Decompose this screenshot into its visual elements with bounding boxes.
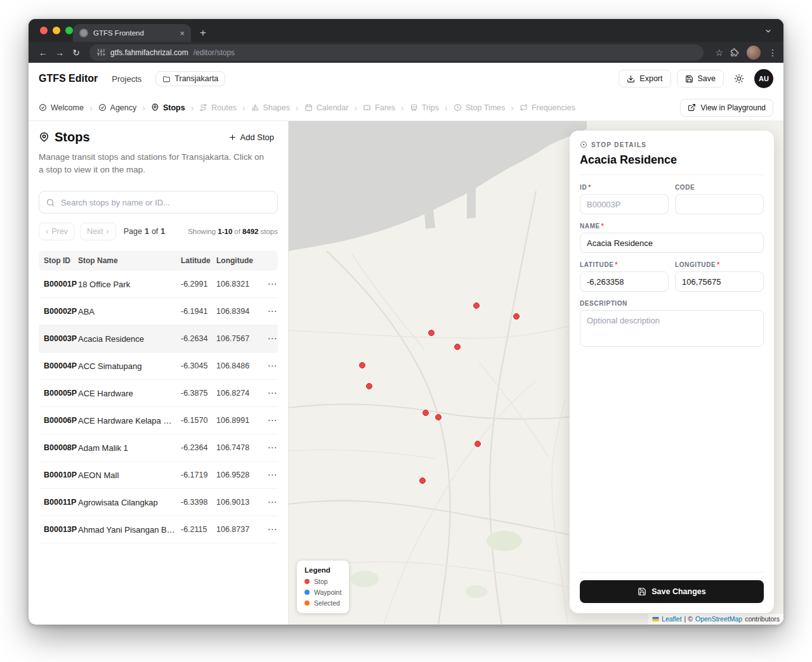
fullscreen-window-button[interactable] <box>65 27 73 34</box>
next-page-button[interactable]: Next › <box>80 223 116 240</box>
save-changes-button[interactable]: Save Changes <box>580 580 764 603</box>
stop-name: Adam Malik 1 <box>78 443 181 453</box>
theme-toggle-button[interactable] <box>730 69 749 88</box>
row-actions-button[interactable]: ⋯ <box>267 415 278 426</box>
stop-marker[interactable] <box>454 344 461 350</box>
breadcrumb-step-welcome[interactable]: Welcome <box>39 103 84 112</box>
stop-row-B00010P[interactable]: B00010PAEON Mall-6.1719106.9528⋯ <box>39 462 278 489</box>
id-field[interactable] <box>580 194 669 214</box>
close-window-button[interactable] <box>40 27 48 34</box>
back-button[interactable]: ← <box>35 48 51 57</box>
breadcrumb-step-calendar[interactable]: Calendar <box>304 103 349 112</box>
stop-id: B00010P <box>39 471 78 479</box>
row-actions-button[interactable]: ⋯ <box>267 360 278 372</box>
chevron-right-icon: › <box>296 103 299 113</box>
legend-dot <box>304 600 310 606</box>
stop-marker[interactable] <box>475 441 481 447</box>
longitude-field[interactable] <box>675 271 764 292</box>
breadcrumb-step-routes[interactable]: Routes <box>199 103 237 112</box>
row-actions-button[interactable]: ⋯ <box>267 306 278 317</box>
save-button[interactable]: Save <box>677 70 724 88</box>
breadcrumb-step-frequencies[interactable]: Frequencies <box>520 103 575 112</box>
chevron-left-icon: ‹ <box>46 227 48 236</box>
stop-row-B00003P[interactable]: B00003PAcacia Residence-6.2634106.7567⋯ <box>39 325 278 353</box>
breadcrumb-step-trips[interactable]: Trips <box>410 103 439 112</box>
openstreetmap-link[interactable]: OpenStreetMap <box>695 615 742 623</box>
row-actions-button[interactable]: ⋯ <box>267 442 278 453</box>
breadcrumb-step-stop-times[interactable]: Stop Times <box>454 103 506 112</box>
description-field[interactable] <box>580 310 764 347</box>
stop-marker[interactable] <box>513 313 520 320</box>
stop-marker[interactable] <box>473 302 480 309</box>
divider <box>580 174 764 175</box>
chevron-right-icon: › <box>511 103 514 113</box>
browser-tab[interactable]: GTFS Frontend × <box>73 24 191 42</box>
stop-id: B00005P <box>39 389 78 398</box>
export-button[interactable]: Export <box>619 70 671 88</box>
code-field[interactable] <box>675 194 764 214</box>
stop-marker[interactable] <box>428 330 435 336</box>
stop-longitude: 106.8321 <box>216 280 267 289</box>
row-actions-button[interactable]: ⋯ <box>267 496 278 508</box>
stop-row-B00006P[interactable]: B00006PACE Hardware Kelapa Ga...-6.15701… <box>39 407 278 434</box>
stop-name: ABA <box>78 307 181 316</box>
chevron-right-icon: › <box>89 103 93 113</box>
extensions-puzzle-icon[interactable] <box>730 48 739 57</box>
project-badge[interactable]: Transjakarta <box>155 71 225 86</box>
stop-row-B00005P[interactable]: B00005PACE Hardware-6.3875106.8274⋯ <box>39 380 278 407</box>
tab-close-icon[interactable]: × <box>180 29 185 38</box>
app-header: GTFS Editor Projects Transjakarta Export… <box>29 63 783 94</box>
window-controls <box>40 27 73 34</box>
row-actions-button[interactable]: ⋯ <box>267 524 278 535</box>
user-avatar[interactable]: AU <box>754 69 773 88</box>
name-field-label: Name* <box>580 223 764 230</box>
map-area[interactable]: Legend StopWaypointSelected Leaflet | © … <box>289 121 783 625</box>
browser-menu-icon[interactable]: ⋮ <box>768 48 777 58</box>
breadcrumb-step-agency[interactable]: Agency <box>98 103 137 112</box>
stop-row-B00008P[interactable]: B00008PAdam Malik 1-6.2364106.7478⋯ <box>39 434 278 462</box>
row-actions-button[interactable]: ⋯ <box>267 278 278 290</box>
stop-name: Agrowisata Cilangkap <box>78 498 181 507</box>
row-actions-button[interactable]: ⋯ <box>267 333 278 344</box>
breadcrumb-step-stops[interactable]: Stops <box>151 103 185 112</box>
stop-row-B00002P[interactable]: B00002PABA-6.1941106.8394⋯ <box>39 298 278 325</box>
stop-marker[interactable] <box>422 410 429 416</box>
new-tab-button[interactable]: + <box>200 27 206 38</box>
address-bar[interactable]: gtfs.fahmifachrizal.com/editor/stops <box>89 44 704 61</box>
stop-marker[interactable] <box>366 383 372 389</box>
site-settings-icon[interactable] <box>97 48 105 56</box>
bus-icon <box>410 103 418 112</box>
add-stop-button[interactable]: Add Stop <box>225 132 278 143</box>
legend-items: StopWaypointSelected <box>304 578 341 607</box>
pagination: ‹ Prev Next › Page 1 of 1 Showing <box>39 223 278 240</box>
prev-page-button[interactable]: ‹ Prev <box>39 223 75 240</box>
view-in-playground-button[interactable]: View in Playground <box>680 99 773 117</box>
tab-favicon-icon <box>79 29 88 37</box>
stop-row-B00011P[interactable]: B00011PAgrowisata Cilangkap-6.3398106.90… <box>39 489 278 516</box>
ticket-icon <box>363 103 371 112</box>
folder-icon <box>162 75 171 83</box>
bookmark-star-icon[interactable]: ☆ <box>715 48 723 57</box>
stop-row-B00013P[interactable]: B00013PAhmad Yani Pisangan Baru-6.211510… <box>39 516 278 543</box>
latitude-field[interactable] <box>580 271 669 292</box>
stop-row-B00001P[interactable]: B00001P18 Office Park-6.2991106.8321⋯ <box>39 271 278 298</box>
breadcrumb-step-fares[interactable]: Fares <box>363 103 395 112</box>
nav-projects-link[interactable]: Projects <box>112 74 141 84</box>
header-stop-id: Stop ID <box>39 256 78 265</box>
chevron-right-icon: › <box>191 103 194 113</box>
name-field[interactable] <box>580 233 764 253</box>
row-actions-button[interactable]: ⋯ <box>267 469 278 481</box>
browser-profile-avatar[interactable] <box>747 46 761 60</box>
row-actions-button[interactable]: ⋯ <box>267 387 278 399</box>
header-longitude: Longitude <box>216 256 267 265</box>
main-area: Stops Add Stop Manage transit stops and … <box>29 121 783 625</box>
minimize-window-button[interactable] <box>53 27 60 34</box>
leaflet-link[interactable]: Leaflet <box>662 615 682 623</box>
stop-row-B00004P[interactable]: B00004PACC Simatupang-6.3045106.8486⋯ <box>39 353 278 380</box>
search-input[interactable] <box>39 191 278 214</box>
breadcrumb-step-shapes[interactable]: Shapes <box>251 103 290 112</box>
forward-button[interactable]: → <box>51 48 68 57</box>
latitude-field-label: Latitude* <box>580 261 669 268</box>
tab-search-button[interactable] <box>762 25 775 37</box>
reload-button[interactable]: ↻ <box>68 48 84 57</box>
